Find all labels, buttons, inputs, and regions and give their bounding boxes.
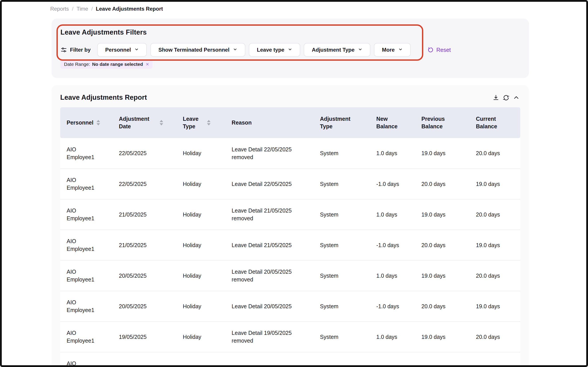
- report-table-body: AIO Employee122/05/2025HolidayLeave Deta…: [60, 138, 520, 367]
- table-cell: 20.0 days: [415, 230, 470, 260]
- table-cell: System: [314, 291, 370, 322]
- table-cell: 22/05/2025: [113, 138, 177, 169]
- table-cell: Holiday: [177, 322, 225, 352]
- sort-icon[interactable]: [207, 120, 210, 125]
- column-label: Leave Type: [183, 115, 204, 130]
- table-row: AIO Employee120/05/2025HolidayLeave Deta…: [60, 260, 520, 291]
- reset-label: Reset: [436, 47, 451, 53]
- breadcrumb-separator: /: [91, 6, 93, 12]
- table-row: AIO Employee119/05/2025HolidayLeave Deta…: [60, 352, 520, 367]
- table-cell: 20.0 days: [470, 138, 520, 169]
- table-cell: 19/05/2025: [113, 322, 177, 352]
- table-row: AIO Employee122/05/2025HolidayLeave Deta…: [60, 169, 520, 199]
- table-cell: AIO Employee1: [60, 322, 113, 352]
- filter-adjustment-type-label: Adjustment Type: [312, 47, 354, 53]
- breadcrumb-separator: /: [72, 6, 73, 12]
- column-header-leave-type[interactable]: Leave Type: [177, 107, 225, 138]
- reset-icon: [427, 47, 434, 53]
- table-cell: System: [314, 352, 370, 367]
- table-cell: Leave Detail 22/05/2025: [225, 169, 314, 199]
- table-cell: Holiday: [177, 169, 225, 199]
- table-cell: 20.0 days: [415, 352, 470, 367]
- table-cell: Holiday: [177, 260, 225, 291]
- table-cell: Leave Detail 19/05/2025 removed: [225, 322, 314, 352]
- table-cell: AIO Employee1: [60, 352, 113, 367]
- table-cell: AIO Employee1: [60, 138, 113, 169]
- close-icon[interactable]: ×: [146, 62, 149, 67]
- column-header-current-balance: Current Balance: [470, 107, 520, 138]
- sort-icon[interactable]: [160, 120, 163, 125]
- column-header-reason: Reason: [225, 107, 314, 138]
- table-cell: -1.0 days: [370, 352, 415, 367]
- filter-adjustment-type-dropdown[interactable]: Adjustment Type: [304, 43, 370, 57]
- breadcrumb: Reports / Time / Leave Adjustments Repor…: [50, 6, 586, 12]
- column-label: Current Balance: [476, 115, 504, 130]
- table-cell: AIO Employee1: [60, 260, 113, 291]
- filter-leave-type-dropdown[interactable]: Leave type: [249, 43, 300, 57]
- filter-by-text: Filter by: [70, 47, 90, 53]
- table-header: Personnel Adjustment Date Leave Type: [60, 107, 520, 138]
- table-cell: -1.0 days: [370, 230, 415, 260]
- table-cell: Holiday: [177, 199, 225, 230]
- table-cell: 1.0 days: [370, 322, 415, 352]
- breadcrumb-time[interactable]: Time: [77, 6, 88, 12]
- table-cell: 20.0 days: [470, 322, 520, 352]
- column-header-new-balance: New Balance: [370, 107, 415, 138]
- table-cell: 20.0 days: [470, 199, 520, 230]
- refresh-icon[interactable]: [503, 94, 509, 101]
- table-row: AIO Employee121/05/2025HolidayLeave Deta…: [60, 230, 520, 260]
- table-cell: AIO Employee1: [60, 291, 113, 322]
- table-cell: AIO Employee1: [60, 230, 113, 260]
- filter-terminated-dropdown[interactable]: Show Terminated Personnel: [150, 43, 245, 57]
- column-header-personnel[interactable]: Personnel: [60, 107, 113, 138]
- filter-more-dropdown[interactable]: More: [374, 43, 411, 57]
- table-cell: 19.0 days: [470, 169, 520, 199]
- table-cell: -1.0 days: [370, 291, 415, 322]
- breadcrumb-current-page: Leave Adjustments Report: [96, 6, 163, 12]
- chevron-down-icon: [134, 47, 139, 53]
- filter-personnel-dropdown[interactable]: Personnel: [97, 43, 147, 57]
- table-cell: Holiday: [177, 138, 225, 169]
- table-cell: System: [314, 230, 370, 260]
- table-cell: Leave Detail 22/05/2025 removed: [225, 138, 314, 169]
- table-cell: 19/05/2025: [113, 352, 177, 367]
- table-cell: AIO Employee1: [60, 199, 113, 230]
- table-cell: System: [314, 199, 370, 230]
- table-cell: 19.0 days: [415, 322, 470, 352]
- filter-leave-type-label: Leave type: [257, 47, 284, 53]
- download-icon[interactable]: [492, 94, 499, 101]
- table-cell: Holiday: [177, 291, 225, 322]
- table-cell: 20/05/2025: [113, 260, 177, 291]
- filter-personnel-label: Personnel: [105, 47, 131, 53]
- active-filter-chips: Date Range: No date range selected ×: [60, 60, 520, 69]
- column-header-previous-balance: Previous Balance: [415, 107, 470, 138]
- filters-row: Filter by Personnel Show Terminated Pers…: [60, 43, 520, 57]
- sort-icon[interactable]: [97, 120, 100, 125]
- breadcrumb-reports[interactable]: Reports: [50, 6, 69, 12]
- table-cell: 20.0 days: [415, 169, 470, 199]
- column-label: Adjustment Date: [119, 115, 157, 130]
- table-cell: Holiday: [177, 352, 225, 367]
- chevron-down-icon: [358, 47, 362, 53]
- table-cell: 21/05/2025: [113, 230, 177, 260]
- column-label: New Balance: [376, 115, 404, 130]
- collapse-chevron-up-icon[interactable]: [513, 94, 520, 101]
- table-cell: System: [314, 260, 370, 291]
- table-cell: 19.0 days: [415, 260, 470, 291]
- table-cell: 1.0 days: [370, 260, 415, 291]
- table-cell: System: [314, 322, 370, 352]
- table-cell: System: [314, 138, 370, 169]
- leave-adjustments-table: Personnel Adjustment Date Leave Type: [60, 107, 520, 367]
- table-row: AIO Employee122/05/2025HolidayLeave Deta…: [60, 138, 520, 169]
- table-row: AIO Employee120/05/2025HolidayLeave Deta…: [60, 291, 520, 322]
- reset-filters-button[interactable]: Reset: [427, 43, 451, 57]
- table-cell: 19.0 days: [470, 352, 520, 367]
- filter-more-label: More: [382, 47, 395, 53]
- table-cell: Leave Detail 21/05/2025: [225, 230, 314, 260]
- table-row: AIO Employee119/05/2025HolidayLeave Deta…: [60, 322, 520, 352]
- column-header-adjustment-date[interactable]: Adjustment Date: [113, 107, 177, 138]
- date-range-chip[interactable]: Date Range: No date range selected ×: [60, 60, 153, 69]
- report-actions: [492, 94, 520, 101]
- table-cell: Leave Detail 21/05/2025 removed: [225, 199, 314, 230]
- table-cell: Leave Detail 20/05/2025 removed: [225, 260, 314, 291]
